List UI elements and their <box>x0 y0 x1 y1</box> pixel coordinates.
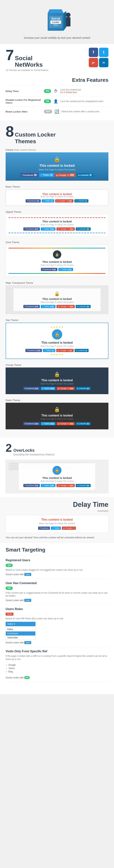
lock-icon-default: 🔒 <box>9 156 105 162</box>
locked-title-basic: This content is locked <box>9 192 105 195</box>
tw-btn-magic[interactable]: ✓ Twitter 3.9k <box>41 305 55 308</box>
theme-preview-zone: 🔒 This content is locked Share You Page … <box>6 245 108 277</box>
tw-btn-cloudy[interactable]: ✓ Twitter 3.9k <box>41 387 55 390</box>
theme-block-magic: Majic Transparent Theme 🔒 This content i… <box>6 281 108 314</box>
li-btn-default[interactable]: in LinkedIn 0 <box>76 173 93 177</box>
fb-btn-magic[interactable]: f Facebook 5.7k <box>23 305 40 308</box>
google-icon-btn[interactable]: g+ <box>89 58 98 67</box>
facebook-icon-btn[interactable]: f <box>89 48 98 57</box>
fb-btn-basic[interactable]: f Facebook 56 <box>26 199 41 203</box>
theme-preview-default: 🔒 This content is locked Share This Page… <box>6 152 108 181</box>
tw-btn-star[interactable]: ✓ Twitter 0 <box>43 349 55 352</box>
fb-btn-overlock[interactable]: f Facebook 7.9k <box>23 484 40 487</box>
divider-4 <box>6 647 108 647</box>
targeting-user-commented: User Has Commented ON If the current use… <box>6 582 108 602</box>
specific-ref-title: Visits Only From Specific Ref <box>6 650 108 653</box>
theme-block-basic: Basic Theme This content is locked Share… <box>6 185 108 206</box>
theme-block-zone: Zone Theme 🔒 This content is locked Shar… <box>6 241 108 277</box>
fb-btn-darks[interactable]: f Facebook 5.7k <box>23 422 40 425</box>
twitter-icon-btn[interactable]: t <box>99 48 108 57</box>
registered-users-badge[interactable]: ON <box>6 564 13 567</box>
refresh-icon: 🔄 <box>54 109 60 114</box>
gp-btn-delay[interactable]: g+ Google +1 <box>62 527 76 530</box>
linkedin-icon-btn[interactable]: in <box>99 58 108 67</box>
toggle-ref[interactable]: ON <box>24 676 30 679</box>
roles-list-item-editor[interactable]: Editor <box>6 627 35 631</box>
gp-btn-default[interactable]: g+ Google +1 289 <box>55 173 76 177</box>
roles-dropdown[interactable]: Editor ▾ <box>6 622 36 626</box>
delay-title: Delay Time <box>6 501 108 508</box>
user-icon: 👤 <box>53 98 59 104</box>
theme-label-basic: Basic Theme <box>6 185 108 188</box>
soc-row-overlock: f Facebook 7.9k ✓ Twitter 3.9k g+ Google… <box>23 484 91 487</box>
locked-title-zipped: This content is locked <box>8 220 106 223</box>
tw-btn-default[interactable]: ✓ Twitter 0 <box>39 173 54 177</box>
toggle-disable[interactable]: ON <box>44 99 51 103</box>
tw-btn-basic[interactable]: ✓ Twitter 0 <box>42 199 54 203</box>
product-illustration: Social Locker Pack <box>42 4 72 34</box>
gp-btn-magic[interactable]: g+ Google +1 289 <box>56 305 75 308</box>
fb-btn-default[interactable]: f Facebook 56 <box>21 173 39 177</box>
li-btn-cloudy[interactable]: in LinkedIn 99 <box>76 387 91 390</box>
gp-btn-darks[interactable]: g+ Google +1 289 <box>56 422 75 425</box>
fb-btn-cloudy[interactable]: f Facebook 5.7k <box>23 387 40 390</box>
ref-yahoo: ✓ Yahoo <box>6 666 108 670</box>
users-roles-badge: NEW <box>6 613 14 616</box>
soc-row-zipped: f Facebook 5.7k ✓ Twitter 3.9k g+ Google… <box>8 227 106 231</box>
theme-block-star: Star Theme ★ ★ ★ ★ ★ 🔒 This content is l… <box>6 319 108 359</box>
bottom-spacer <box>6 685 108 690</box>
targeting-section: Smart Targeting Registered Users ON Base… <box>0 543 114 694</box>
locked-title-overlock: This content is locked <box>23 476 91 479</box>
users-roles-title: Users Roles <box>6 608 108 611</box>
user-commented-badge[interactable]: ON <box>6 587 13 590</box>
ref-list: ✓ Google ✓ Yahoo ✓ Bing <box>6 662 108 674</box>
gp-btn-overlock[interactable]: g+ Google +1 289 <box>56 484 75 487</box>
share-text-darks: Share You Page To Unlock The Content <box>9 418 105 420</box>
feature-desc-disable: Lock the content just for unregistered u… <box>60 100 104 103</box>
li-btn-overlock[interactable]: in LinkedIn 99 <box>76 484 91 487</box>
delay-demo: This content is locked Share You Page To… <box>6 515 108 533</box>
social-icons-grid: f t g+ in <box>89 48 108 67</box>
roles-list-item-contributor[interactable]: Contributor <box>6 631 35 636</box>
gp-btn-zipped[interactable]: g+ Google +1 289 <box>56 227 75 230</box>
tw-btn-overlock[interactable]: ✓ Twitter 3.9k <box>41 484 55 487</box>
header-section: Social Locker Pack Increase your social … <box>0 0 114 44</box>
gp-btn-cloudy[interactable]: g+ Google +1 289 <box>56 387 75 390</box>
tw-btn-zone[interactable]: ✓ Twitter 1.4k <box>58 268 73 271</box>
ref-bing-label: Bing <box>8 670 13 673</box>
theme-preview-zipped: This content is locked Share You Page To… <box>6 214 108 236</box>
theme-preview-magic: 🔒 This content is locked Share You Page … <box>6 285 108 314</box>
li-btn-basic[interactable]: in LinkedIn 0 <box>74 199 88 203</box>
theme-preview-darks: 🔒 This content is locked Share You Page … <box>6 403 108 429</box>
soc-row-delay: f Facebook ✓ Twitter g+ Google +1 <box>8 526 106 530</box>
gp-btn-basic[interactable]: g+ Google +1 289 <box>55 199 73 203</box>
lock-icon-overlock: 🔒 <box>52 466 62 475</box>
overlocks-header: 2 OverLocks (including the transparency … <box>6 441 108 456</box>
roles-list-item-subscriber[interactable]: Subscriber <box>6 636 35 640</box>
toggle-reset[interactable]: OFF <box>44 110 52 114</box>
li-btn-star[interactable]: in LinkedIn 0 <box>74 349 89 352</box>
toggle-delay[interactable]: ON <box>44 89 51 93</box>
tw-btn-zipped[interactable]: ✓ Twitter 3.9k <box>41 227 55 230</box>
fb-btn-zone[interactable]: f Facebook 1.2k <box>41 268 58 271</box>
gp-btn-star[interactable]: g+ Google +1 57 <box>56 349 74 352</box>
star-decoration-bottom: ★ ★ ★ ★ ★ <box>9 353 105 356</box>
roles-dropdown-container: Editor ▾ Editor Contributor Subscriber <box>6 622 108 640</box>
theme-label-default: Default (fully custom theme) <box>6 149 108 151</box>
share-text-overlock: Share You Page To Unlock The Content <box>23 480 91 482</box>
fb-btn-star[interactable]: f Facebook 1.5k <box>25 349 42 352</box>
li-btn-zipped[interactable]: in LinkedIn 99 <box>76 227 91 230</box>
overlocks-title: OverLocks <box>13 448 35 453</box>
overlocks-subtitle: (including the transparency feature) <box>13 453 54 456</box>
lock-icon-zone: 🔒 <box>53 250 61 259</box>
fb-btn-zipped[interactable]: f Facebook 5.7k <box>23 227 40 230</box>
soc-row-basic: f Facebook 56 ✓ Twitter 0 g+ Google +1 2… <box>9 199 105 203</box>
li-btn-magic[interactable]: in LinkedIn 99 <box>76 305 91 308</box>
theme-preview-star: ★ ★ ★ ★ ★ 🔒 This content is locked Share… <box>6 322 108 359</box>
tw-btn-darks[interactable]: ✓ Twitter 3.9k <box>41 422 55 425</box>
tw-btn-delay[interactable]: ✓ Twitter <box>51 527 61 530</box>
overlock-overlay: 🔒 This content is locked Share You Page … <box>18 463 96 490</box>
themes-header: 8 Custom LockerThemes <box>6 124 108 145</box>
li-btn-darks[interactable]: in LinkedIn 99 <box>76 422 91 425</box>
fb-btn-delay[interactable]: f Facebook <box>38 527 50 530</box>
